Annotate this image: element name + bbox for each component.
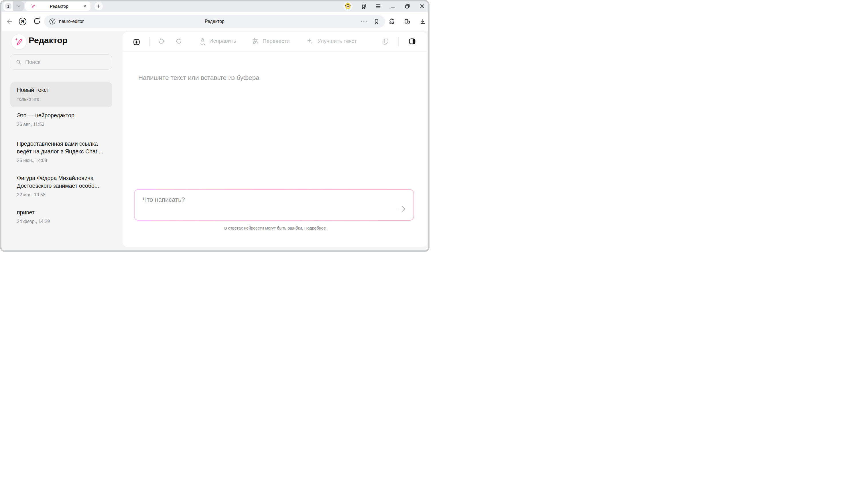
- app-logo: [12, 34, 26, 49]
- chevron-down-icon: [16, 4, 21, 9]
- fix-icon: а: [199, 37, 206, 45]
- side-panel-toggle-button[interactable]: [408, 37, 416, 45]
- send-icon[interactable]: [396, 205, 406, 213]
- disclaimer-text: В ответах нейросети могут быть ошибки.: [224, 226, 303, 230]
- undo-button[interactable]: [157, 38, 164, 46]
- sparkles-icon: [306, 37, 314, 45]
- copy-button[interactable]: [382, 38, 389, 45]
- new-document-button[interactable]: [133, 39, 140, 46]
- minimize-icon[interactable]: [389, 3, 396, 10]
- document-title: Это — нейроредактор: [17, 112, 112, 119]
- document-date: 24 февр., 14:29: [17, 219, 112, 224]
- document-item[interactable]: Это — нейроредактор 26 авг., 11:53: [10, 112, 112, 127]
- copy-icon: [382, 38, 389, 45]
- tab-editor[interactable]: Редактор: [25, 1, 90, 11]
- restore-window-icon[interactable]: [404, 3, 411, 10]
- browser-window: 1 Редактор: [0, 0, 430, 252]
- document-title: Новый текст: [17, 86, 112, 94]
- document-date: 25 июн., 14:08: [17, 158, 112, 163]
- tab-list-chevron[interactable]: [13, 1, 24, 11]
- new-document-icon: [133, 39, 140, 46]
- search-input[interactable]: [25, 59, 97, 65]
- profile-avatar[interactable]: [343, 2, 352, 11]
- document-item[interactable]: Фигура Фёдора Михайловича Достоевского з…: [10, 174, 112, 198]
- redo-icon: [176, 38, 183, 46]
- bookmarks-panel-icon[interactable]: [360, 3, 367, 10]
- close-window-icon[interactable]: [419, 3, 425, 10]
- tab-group-control[interactable]: 1: [3, 1, 24, 11]
- prompt-box: [134, 189, 414, 221]
- menu-icon[interactable]: [375, 3, 382, 10]
- document-item-selected[interactable]: Новый текст только что: [10, 82, 112, 107]
- improve-text-button[interactable]: Улучшить текст: [306, 37, 357, 45]
- document-date: 22 мая, 19:58: [17, 192, 112, 198]
- translate-label: Перевести: [262, 38, 290, 44]
- yandex-home-icon[interactable]: Я: [18, 17, 27, 26]
- document-title: привет: [17, 209, 112, 216]
- disclaimer: В ответах нейросети могут быть ошибки. П…: [123, 226, 427, 230]
- toolbar-divider: [149, 37, 150, 46]
- extensions-icon[interactable]: [388, 18, 395, 25]
- magic-pencil-icon: [15, 37, 23, 46]
- app-title: Редактор: [29, 35, 67, 45]
- translate-icon: [252, 37, 259, 45]
- editor-card: а Исправить Перевести: [123, 32, 427, 247]
- panel-toggle-icon: [408, 37, 416, 45]
- document-item[interactable]: Предоставленная вами ссылка ведёт на диа…: [10, 140, 112, 163]
- document-date: только что: [17, 97, 112, 102]
- bookmark-icon[interactable]: [373, 18, 380, 25]
- search-icon: [15, 59, 22, 65]
- document-title: Фигура Фёдора Михайловича Достоевского з…: [17, 174, 112, 190]
- address-bar: Я neuro-editor Редактор: [0, 12, 430, 31]
- passwords-icon[interactable]: [404, 18, 411, 25]
- tab-bar: 1 Редактор: [0, 0, 430, 12]
- tab-title: Редактор: [35, 4, 83, 9]
- editor-page: Редактор Новый текст только что Это — не…: [0, 31, 430, 252]
- disclaimer-more-link[interactable]: Подробнее: [304, 226, 326, 230]
- document-date: 26 авг., 11:53: [17, 122, 112, 127]
- undo-icon: [157, 38, 164, 46]
- fix-text-button[interactable]: а Исправить: [199, 37, 236, 45]
- search-box[interactable]: [10, 55, 112, 70]
- fix-label: Исправить: [209, 38, 236, 44]
- redo-button[interactable]: [176, 38, 183, 46]
- prompt-input[interactable]: [142, 196, 392, 215]
- tab-close-icon[interactable]: [83, 4, 87, 8]
- magic-pencil-icon: [30, 4, 35, 9]
- back-icon[interactable]: [6, 18, 13, 25]
- more-actions-icon[interactable]: [361, 20, 367, 22]
- url-bar[interactable]: neuro-editor Редактор: [44, 15, 385, 28]
- tab-count-badge: 1: [5, 3, 12, 10]
- svg-text:Я: Я: [21, 19, 24, 24]
- refresh-icon[interactable]: [33, 17, 41, 26]
- tab-count-chip[interactable]: 1: [3, 1, 13, 11]
- toolbar-divider: [398, 37, 398, 46]
- toolbar-divider: [123, 51, 427, 52]
- editor-placeholder[interactable]: Напишите текст или вставьте из буфера: [138, 74, 259, 81]
- new-tab-button[interactable]: [94, 2, 103, 10]
- downloads-icon[interactable]: [419, 18, 426, 25]
- document-item[interactable]: привет 24 февр., 14:29: [10, 209, 112, 224]
- page-title: Редактор: [44, 15, 385, 28]
- improve-label: Улучшить текст: [318, 38, 357, 44]
- plus-icon: [96, 4, 101, 9]
- document-title: Предоставленная вами ссылка ведёт на диа…: [17, 140, 112, 155]
- translate-button[interactable]: Перевести: [252, 37, 290, 45]
